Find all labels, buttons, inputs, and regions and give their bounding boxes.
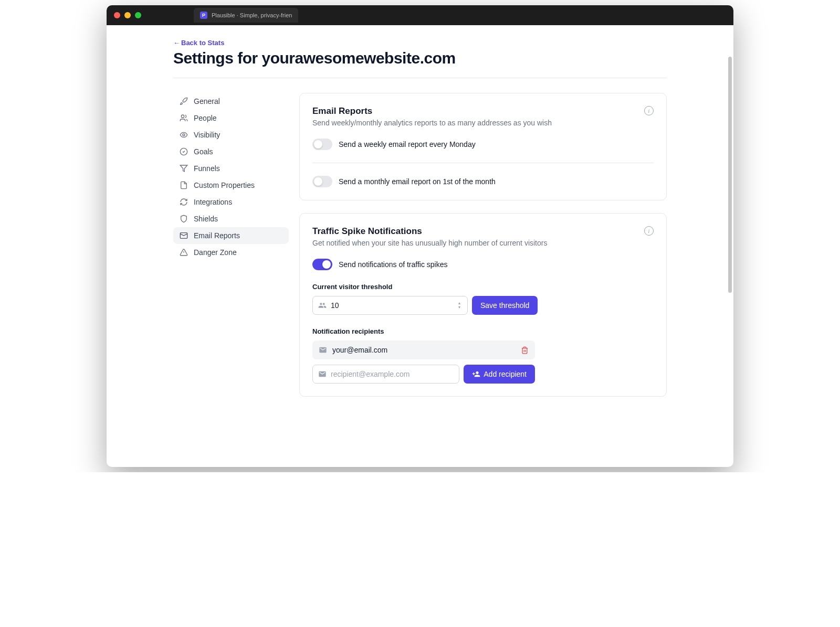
rocket-icon bbox=[180, 97, 188, 105]
add-recipient-button[interactable]: Add recipient bbox=[464, 365, 535, 384]
traffic-spike-title: Traffic Spike Notifications bbox=[312, 226, 547, 237]
traffic-spike-toggle-label: Send notifications of traffic spikes bbox=[339, 260, 448, 269]
tab-title: Plausible · Simple, privacy-frien bbox=[212, 12, 292, 18]
recipients-field-label: Notification recipients bbox=[312, 327, 654, 335]
warning-icon bbox=[180, 248, 188, 257]
eye-icon bbox=[180, 131, 188, 139]
email-reports-card: Email Reports Send weekly/monthly analyt… bbox=[299, 93, 667, 200]
save-threshold-button[interactable]: Save threshold bbox=[472, 296, 538, 315]
traffic-spike-toggle-row: Send notifications of traffic spikes bbox=[312, 259, 654, 270]
info-icon[interactable]: i bbox=[644, 106, 654, 115]
threshold-input-wrap: ▴ ▾ bbox=[312, 296, 468, 315]
number-steppers: ▴ ▾ bbox=[456, 301, 463, 310]
minimize-window-button[interactable] bbox=[124, 12, 131, 18]
check-circle-icon bbox=[180, 147, 188, 156]
email-reports-title: Email Reports bbox=[312, 106, 552, 116]
browser-tab[interactable]: Plausible · Simple, privacy-frien bbox=[194, 8, 298, 23]
browser-window: Plausible · Simple, privacy-frien ← Back… bbox=[107, 5, 733, 467]
weekly-report-label: Send a weekly email report every Monday bbox=[339, 140, 476, 148]
sidebar-item-funnels[interactable]: Funnels bbox=[173, 160, 289, 177]
threshold-field-label: Current visitor threshold bbox=[312, 283, 654, 291]
weekly-report-toggle-row: Send a weekly email report every Monday bbox=[312, 139, 654, 150]
svg-point-0 bbox=[181, 115, 184, 118]
sidebar-item-danger-zone[interactable]: Danger Zone bbox=[173, 244, 289, 261]
sidebar-item-general[interactable]: General bbox=[173, 93, 289, 110]
sidebar-item-email-reports[interactable]: Email Reports bbox=[173, 227, 289, 244]
sidebar-item-goals[interactable]: Goals bbox=[173, 143, 289, 160]
mail-icon bbox=[180, 231, 188, 240]
traffic-spike-toggle[interactable] bbox=[312, 259, 332, 270]
mail-icon bbox=[319, 346, 327, 354]
sidebar-item-integrations[interactable]: Integrations bbox=[173, 194, 289, 210]
main-content: Email Reports Send weekly/monthly analyt… bbox=[299, 93, 667, 397]
maximize-window-button[interactable] bbox=[135, 12, 141, 18]
monthly-report-toggle[interactable] bbox=[312, 176, 332, 187]
threshold-field-row: ▴ ▾ Save threshold bbox=[312, 296, 654, 315]
scrollbar[interactable] bbox=[728, 57, 732, 293]
mail-icon bbox=[318, 370, 327, 378]
trash-icon[interactable] bbox=[521, 346, 529, 354]
svg-marker-3 bbox=[180, 165, 187, 172]
sidebar-item-people[interactable]: People bbox=[173, 110, 289, 126]
browser-titlebar: Plausible · Simple, privacy-frien bbox=[107, 5, 733, 25]
traffic-spike-card: Traffic Spike Notifications Get notified… bbox=[299, 213, 667, 397]
weekly-report-toggle[interactable] bbox=[312, 139, 332, 150]
recipient-email: your@email.com bbox=[332, 346, 516, 354]
stepper-down-icon[interactable]: ▾ bbox=[456, 305, 463, 310]
sidebar-item-shields[interactable]: Shields bbox=[173, 210, 289, 227]
shield-icon bbox=[180, 215, 188, 223]
header-divider bbox=[173, 78, 667, 78]
plausible-favicon-icon bbox=[200, 12, 207, 19]
funnel-icon bbox=[180, 164, 188, 173]
email-reports-subtitle: Send weekly/monthly analytics reports to… bbox=[312, 119, 552, 127]
card-divider bbox=[312, 163, 654, 163]
document-icon bbox=[180, 181, 188, 189]
recipient-input-wrap bbox=[312, 365, 459, 384]
monthly-report-label: Send a monthly email report on 1st of th… bbox=[339, 177, 496, 186]
close-window-button[interactable] bbox=[114, 12, 120, 18]
users-icon bbox=[318, 301, 327, 310]
traffic-lights bbox=[114, 12, 141, 18]
recipient-input[interactable] bbox=[331, 370, 454, 378]
sidebar-item-visibility[interactable]: Visibility bbox=[173, 126, 289, 143]
page-title: Settings for yourawesomewebsite.com bbox=[173, 49, 667, 67]
threshold-input[interactable] bbox=[331, 301, 462, 310]
page-content: ← Back to Stats Settings for yourawesome… bbox=[107, 25, 733, 467]
monthly-report-toggle-row: Send a monthly email report on 1st of th… bbox=[312, 176, 654, 187]
settings-sidebar: General People Visibility Goals bbox=[173, 93, 289, 261]
back-to-stats-link[interactable]: ← Back to Stats bbox=[173, 39, 224, 47]
sidebar-item-custom-properties[interactable]: Custom Properties bbox=[173, 177, 289, 194]
info-icon[interactable]: i bbox=[644, 226, 654, 236]
recipient-chip: your@email.com bbox=[312, 341, 535, 359]
svg-point-1 bbox=[183, 134, 185, 136]
refresh-icon bbox=[180, 198, 188, 206]
user-plus-icon bbox=[472, 370, 480, 378]
arrow-left-icon: ← bbox=[173, 39, 180, 47]
traffic-spike-subtitle: Get notified when your site has unusuall… bbox=[312, 239, 547, 247]
users-icon bbox=[180, 114, 188, 122]
add-recipient-row: Add recipient bbox=[312, 365, 535, 384]
